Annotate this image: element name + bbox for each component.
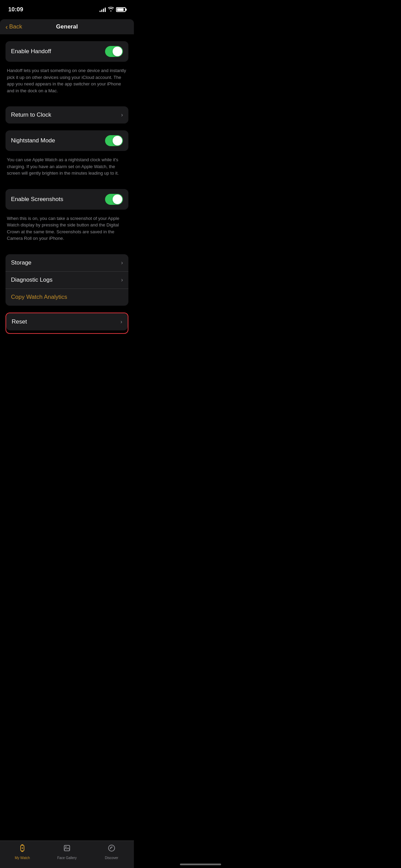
copy-analytics-label: Copy Watch Analytics xyxy=(11,294,67,301)
return-to-clock-chevron-icon: › xyxy=(121,112,123,118)
signal-icon xyxy=(100,7,106,12)
status-time: 10:09 xyxy=(8,6,23,13)
reset-cell-group: Reset › xyxy=(6,313,128,330)
utilities-cell-group: Storage › Diagnostic Logs › Copy Watch A… xyxy=(5,254,128,306)
storage-label: Storage xyxy=(11,259,32,266)
content: Enable Handoff Handoff lets you start so… xyxy=(0,41,134,368)
nightstand-toggle[interactable] xyxy=(105,135,123,146)
storage-chevron-icon: › xyxy=(121,260,123,266)
screenshots-toggle[interactable] xyxy=(105,194,123,205)
return-to-clock-cell[interactable]: Return to Clock › xyxy=(5,106,128,124)
nightstand-label: Nightstand Mode xyxy=(11,137,55,144)
copy-analytics-cell[interactable]: Copy Watch Analytics xyxy=(5,289,128,306)
handoff-description: Handoff lets you start something on one … xyxy=(5,64,128,99)
reset-cell-wrapper: Reset › xyxy=(5,313,128,334)
reset-section: Reset › xyxy=(5,313,128,334)
nav-bar: ‹ Back General xyxy=(0,19,134,34)
handoff-toggle[interactable] xyxy=(105,46,123,57)
screenshots-label: Enable Screenshots xyxy=(11,196,63,203)
status-bar: 10:09 xyxy=(0,0,134,17)
nav-title: General xyxy=(56,23,78,30)
screenshots-section: Enable Screenshots When this is on, you … xyxy=(5,189,128,247)
return-to-clock-cell-group: Return to Clock › xyxy=(5,106,128,124)
nightstand-toggle-knob xyxy=(113,136,122,145)
back-label: Back xyxy=(9,23,22,30)
reset-cell[interactable]: Reset › xyxy=(6,313,128,330)
diagnostic-logs-cell[interactable]: Diagnostic Logs › xyxy=(5,271,128,289)
screenshots-description: When this is on, you can take a screensh… xyxy=(5,212,128,247)
reset-label: Reset xyxy=(12,318,27,325)
screenshots-cell-group: Enable Screenshots xyxy=(5,189,128,210)
screenshots-cell[interactable]: Enable Screenshots xyxy=(5,189,128,210)
wifi-icon xyxy=(108,7,114,13)
handoff-cell[interactable]: Enable Handoff xyxy=(5,41,128,62)
status-icons xyxy=(100,7,126,13)
utilities-section: Storage › Diagnostic Logs › Copy Watch A… xyxy=(5,254,128,306)
reset-chevron-icon: › xyxy=(121,319,122,325)
back-chevron-icon: ‹ xyxy=(5,23,8,31)
diagnostic-logs-label: Diagnostic Logs xyxy=(11,277,53,283)
handoff-label: Enable Handoff xyxy=(11,48,51,55)
handoff-toggle-knob xyxy=(113,47,122,56)
return-to-clock-label: Return to Clock xyxy=(11,112,51,118)
screenshots-toggle-knob xyxy=(113,195,122,204)
return-to-clock-section: Return to Clock › xyxy=(5,106,128,124)
storage-cell[interactable]: Storage › xyxy=(5,254,128,271)
nightstand-description: You can use Apple Watch as a nightstand … xyxy=(5,154,128,182)
handoff-cell-group: Enable Handoff xyxy=(5,41,128,62)
handoff-section: Enable Handoff Handoff lets you start so… xyxy=(5,41,128,99)
back-button[interactable]: ‹ Back xyxy=(5,23,22,31)
nightstand-section: Nightstand Mode You can use Apple Watch … xyxy=(5,130,128,182)
diagnostic-logs-chevron-icon: › xyxy=(121,277,123,283)
nightstand-cell-group: Nightstand Mode xyxy=(5,130,128,151)
battery-icon xyxy=(116,7,126,12)
nightstand-cell[interactable]: Nightstand Mode xyxy=(5,130,128,151)
